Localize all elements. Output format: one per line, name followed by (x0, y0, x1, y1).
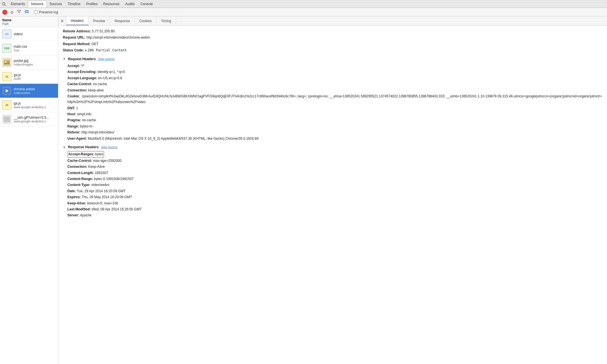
response-headers-label: Response Headers (68, 144, 99, 150)
preserve-log-area: Preserve log (34, 10, 58, 14)
tab-profiles[interactable]: Profiles (83, 1, 100, 7)
file-item-maincss[interactable]: CSS main.css /css (0, 41, 58, 55)
status-dot: ● (85, 49, 87, 52)
file-path: www.google-analytics.c (14, 120, 49, 123)
list-icon[interactable] (24, 10, 30, 14)
record-button[interactable] (2, 10, 7, 15)
response-headers-title: ▼ Response Headers view source (63, 144, 602, 150)
hdr-cache-control: Cache-Control: no-cache (67, 81, 602, 87)
request-url-row: Request URL: http://simpl.info/video/vid… (63, 35, 602, 40)
detail-content: Remote Address: 5.77.51.205:80 Request U… (58, 26, 607, 364)
hdr-keep-alive: Keep-Alive: timeout=5, max=100 (67, 200, 602, 206)
file-list: </> video/ CSS main.css /css (0, 27, 58, 364)
request-headers-label: Request Headers (68, 56, 96, 62)
hdr-expires: Expires: Thu, 29 May 2014 16:20:09 GMT (67, 194, 602, 200)
hdr-resp-cache-control: Cache-Control: max-age=2592000 (67, 158, 602, 164)
collapse-triangle[interactable]: ▼ (63, 57, 66, 61)
hdr-range: Range: bytes=0− (67, 124, 602, 129)
tab-audits[interactable]: Audits (122, 1, 137, 7)
file-info: ga.js www.google-analytics.c (14, 101, 46, 109)
remote-address-val: 5.77.51.205:80 (92, 29, 115, 33)
hdr-referer: Referer: http://simpl.info/video/ (67, 129, 602, 135)
file-name: video/ (14, 32, 23, 36)
svg-point-7 (5, 61, 7, 63)
tab-network[interactable]: Network (28, 1, 47, 7)
hdr-dnt: DNT: 1 (67, 105, 602, 111)
file-icon-css: CSS (2, 44, 11, 53)
response-headers-view-source[interactable]: view source (101, 145, 117, 150)
request-method-row: Request Method: GET (63, 41, 602, 47)
filter-icon[interactable] (16, 10, 22, 14)
search-icon[interactable] (1, 1, 7, 7)
status-code-key: Status Code: (63, 48, 84, 52)
file-item-chromewebm[interactable]: chrome.webm /video/video (0, 84, 58, 98)
file-info: __utm.gif?utmwv=5.5... www.google-analyt… (14, 116, 49, 123)
request-method-key: Request Method: (63, 42, 90, 46)
tab-headers[interactable]: Headers (66, 16, 88, 25)
hdr-date: Date: Tue, 29 Apr 2014 16:20:09 GMT (67, 188, 602, 194)
tab-preview[interactable]: Preview (88, 16, 110, 25)
accept-ranges-highlight: Accept-Ranges: bytes (67, 151, 104, 157)
remote-address-row: Remote Address: 5.77.51.205:80 (63, 28, 602, 34)
collapse-triangle-response[interactable]: ▼ (63, 145, 66, 150)
hdr-host: Host: simpl.info (67, 111, 602, 117)
detail-header: ✕ Headers Preview Response Cookies Timin… (58, 16, 607, 26)
request-method-val: GET (92, 42, 99, 46)
tab-timing[interactable]: Timing (156, 16, 176, 25)
request-headers-list: Accept: */* Accept-Encoding: identity;q=… (63, 63, 602, 141)
status-code-val: ● 206 Partial Content (85, 48, 127, 52)
preserve-log-checkbox[interactable] (34, 10, 38, 14)
file-item-video[interactable]: </> video/ (0, 27, 58, 41)
tab-sources[interactable]: Sources (47, 1, 65, 7)
file-icon-html: </> (2, 30, 11, 39)
svg-rect-2 (25, 10, 29, 11)
request-url-key: Request URL: (63, 35, 85, 39)
svg-rect-4 (25, 12, 29, 13)
menu-bar: Elements Network Sources Timeline Profil… (0, 0, 607, 8)
tab-response[interactable]: Response (110, 16, 135, 25)
request-headers-view-source[interactable]: view source (98, 56, 115, 62)
hdr-server: Server: Apache (67, 212, 602, 218)
hdr-content-type: Content-Type: video/webm (67, 182, 602, 188)
file-item-gajs[interactable]: JS ga.js /js/lib (0, 70, 58, 84)
no-entry-icon[interactable]: ⊘ (10, 10, 14, 14)
tab-cookies[interactable]: Cookies (135, 16, 156, 25)
remote-address-key: Remote Address: (63, 29, 91, 33)
request-headers-title: ▼ Request Headers view source (63, 56, 602, 62)
status-code-row: Status Code: ● 206 Partial Content (63, 47, 602, 53)
hdr-connection: Connection: keep-alive (67, 87, 602, 93)
right-panel: ✕ Headers Preview Response Cookies Timin… (58, 16, 607, 364)
file-name: __utm.gif?utmwv=5.5... (14, 116, 49, 120)
hdr-content-range: Content-Range: bytes 0-1991506/1991507 (67, 176, 602, 182)
hdr-resp-connection: Connection: Keep-Alive (67, 164, 602, 170)
preserve-log-label[interactable]: Preserve log (39, 10, 58, 14)
file-item-utmgif[interactable]: __utm.gif?utmwv=5.5... www.google-analyt… (0, 112, 58, 126)
file-name: chrome.webm (14, 87, 35, 91)
svg-line-1 (5, 5, 6, 6)
file-item-gajs2[interactable]: JS ga.js www.google-analytics.c (0, 98, 58, 112)
toolbar: ⊘ Preserve log (0, 8, 607, 16)
tab-resources[interactable]: Resources (100, 1, 122, 7)
file-name: main.css (14, 45, 27, 49)
file-item-posterjpg[interactable]: poster.jpg /video/images (0, 55, 58, 70)
hdr-accept: Accept: */* (67, 63, 602, 69)
file-icon-jpg (2, 58, 11, 67)
tab-timeline[interactable]: Timeline (65, 1, 83, 7)
tab-console[interactable]: Console (138, 1, 156, 7)
hdr-user-agent: User-Agent: Mozilla/5.0 (Macintosh; Inte… (67, 136, 602, 141)
hdr-pragma: Pragma: no-cache (67, 117, 602, 123)
hdr-accept-ranges: Accept-Ranges: bytes (67, 151, 602, 157)
file-icon-js: JS (2, 72, 11, 81)
file-icon-js2: JS (2, 101, 11, 110)
file-icon-gif (2, 115, 11, 124)
svg-rect-3 (25, 11, 29, 12)
close-button[interactable]: ✕ (58, 16, 66, 26)
file-path: www.google-analytics.c (14, 105, 46, 109)
file-path: /video/video (14, 91, 35, 95)
left-panel: Name Path </> video/ CSS main.css /css (0, 16, 58, 364)
hdr-content-length: Content-Length: 1991507 (67, 170, 602, 176)
left-header: Name Path (0, 16, 58, 27)
tab-elements[interactable]: Elements (8, 1, 28, 7)
status-code-text: 206 Partial Content (88, 48, 127, 52)
hdr-accept-language: Accept-Language: en-US,en;q=0.8 (67, 75, 602, 81)
